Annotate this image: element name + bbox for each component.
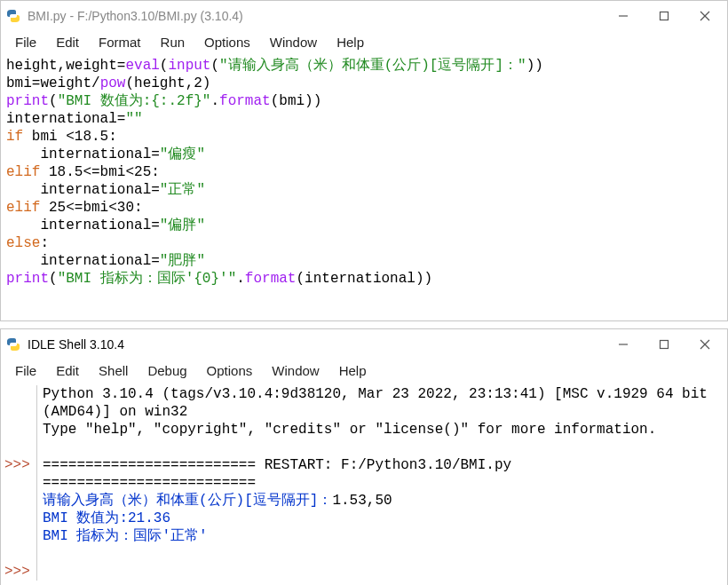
- maximize-button[interactable]: [644, 330, 684, 359]
- code-text: (: [49, 93, 58, 109]
- code-text: (bmi)): [271, 93, 322, 109]
- svg-rect-5: [661, 341, 669, 349]
- shell-line: Python 3.10.4 (tags/v3.10.4:9d38120, Mar…: [43, 386, 716, 420]
- prompt-gutter: >>> >>>: [3, 385, 37, 581]
- python-icon: [6, 337, 20, 352]
- shell-line: Type "help", "copyright", "credits" or "…: [43, 422, 656, 438]
- code-text: (height,2): [125, 75, 210, 91]
- close-button[interactable]: [684, 330, 725, 359]
- code-text: height,weight=: [6, 58, 125, 74]
- menu-help[interactable]: Help: [330, 361, 376, 380]
- maximize-button[interactable]: [644, 2, 684, 30]
- code-text: )): [526, 58, 543, 74]
- editor-title: BMI.py - F:/Python3.10/BMI.py (3.10.4): [28, 9, 603, 23]
- menu-file[interactable]: File: [6, 33, 45, 51]
- menu-window[interactable]: Window: [263, 361, 328, 380]
- shell-menubar: File Edit Shell Debug Options Window Hel…: [1, 360, 727, 383]
- shell-output[interactable]: >>> >>> Python 3.10.4 (tags/v3.10.4:9d38…: [1, 383, 727, 582]
- menu-edit[interactable]: Edit: [47, 361, 88, 380]
- menu-shell[interactable]: Shell: [90, 361, 137, 380]
- shell-line: ========================= RESTART: F:/Py…: [43, 457, 520, 491]
- code-text: format: [245, 271, 297, 287]
- code-text: print: [6, 93, 49, 109]
- shell-title: IDLE Shell 3.10.4: [28, 337, 603, 352]
- shell-body: Python 3.10.4 (tags/v3.10.4:9d38120, Mar…: [37, 385, 725, 581]
- editor-window: BMI.py - F:/Python3.10/BMI.py (3.10.4) F…: [0, 0, 728, 321]
- code-text: international=: [6, 217, 160, 233]
- shell-titlebar[interactable]: IDLE Shell 3.10.4: [1, 329, 727, 360]
- code-text: international=: [6, 111, 125, 127]
- code-text: .: [210, 93, 219, 109]
- code-text: "偏瘦": [160, 146, 205, 162]
- code-text: "正常": [160, 182, 205, 198]
- prompt: >>>: [4, 564, 30, 580]
- code-text: else: [6, 235, 40, 251]
- shell-line: BMI 数值为:21.36: [43, 510, 170, 526]
- code-text: eval: [125, 58, 159, 74]
- menu-options[interactable]: Options: [198, 361, 262, 380]
- code-text: input: [168, 58, 210, 74]
- menu-file[interactable]: File: [6, 361, 45, 380]
- prompt: >>>: [4, 457, 30, 473]
- code-text: international=: [6, 146, 160, 162]
- code-editor[interactable]: height,weight=eval(input("请输入身高（米）和体重(公斤…: [1, 55, 727, 289]
- code-text: "BMI 数值为:{:.2f}": [58, 93, 211, 109]
- code-text: bmi <18.5:: [23, 129, 117, 145]
- code-text: :: [40, 235, 49, 251]
- code-text: if: [6, 129, 23, 145]
- code-text: format: [219, 93, 271, 109]
- shell-window: IDLE Shell 3.10.4 File Edit Shell Debug …: [0, 328, 728, 585]
- code-text: "肥胖": [160, 253, 205, 269]
- menu-debug[interactable]: Debug: [138, 361, 195, 380]
- code-text: international=: [6, 253, 160, 269]
- menu-run[interactable]: Run: [152, 33, 194, 51]
- code-text: "请输入身高（米）和体重(公斤)[逗号隔开]：": [219, 58, 526, 74]
- menu-edit[interactable]: Edit: [47, 33, 88, 51]
- code-text: (: [160, 58, 169, 74]
- minimize-button[interactable]: [603, 330, 644, 359]
- code-text: elif: [6, 164, 40, 180]
- code-text: 18.5<=bmi<25:: [40, 164, 159, 180]
- close-button[interactable]: [684, 2, 725, 30]
- window-controls: [603, 330, 725, 359]
- minimize-button[interactable]: [603, 2, 644, 30]
- code-text: .: [236, 271, 245, 287]
- code-text: print: [6, 271, 49, 287]
- svg-rect-1: [661, 12, 669, 20]
- menu-help[interactable]: Help: [328, 33, 373, 51]
- window-controls: [603, 2, 725, 30]
- code-text: 25<=bmi<30:: [40, 200, 142, 216]
- editor-titlebar[interactable]: BMI.py - F:/Python3.10/BMI.py (3.10.4): [1, 1, 727, 31]
- code-text: bmi=weight/: [6, 75, 100, 91]
- code-text: (: [49, 271, 58, 287]
- menu-options[interactable]: Options: [195, 33, 259, 51]
- code-text: (: [210, 58, 219, 74]
- code-text: "偏胖": [160, 217, 205, 233]
- python-icon: [6, 9, 20, 23]
- code-text: "BMI 指标为：国际'{0}'": [58, 271, 237, 287]
- shell-line: BMI 指标为：国际'正常': [43, 528, 208, 544]
- code-text: (international)): [296, 271, 432, 287]
- menu-format[interactable]: Format: [90, 33, 150, 51]
- code-text: international=: [6, 182, 160, 198]
- code-text: elif: [6, 200, 40, 216]
- menu-window[interactable]: Window: [261, 33, 326, 51]
- shell-line: 1.53,50: [332, 493, 392, 509]
- code-text: "": [125, 111, 142, 127]
- code-text: pow: [100, 75, 126, 91]
- editor-menubar: File Edit Format Run Options Window Help: [1, 31, 727, 55]
- shell-line: 请输入身高（米）和体重(公斤)[逗号隔开]：: [43, 493, 332, 509]
